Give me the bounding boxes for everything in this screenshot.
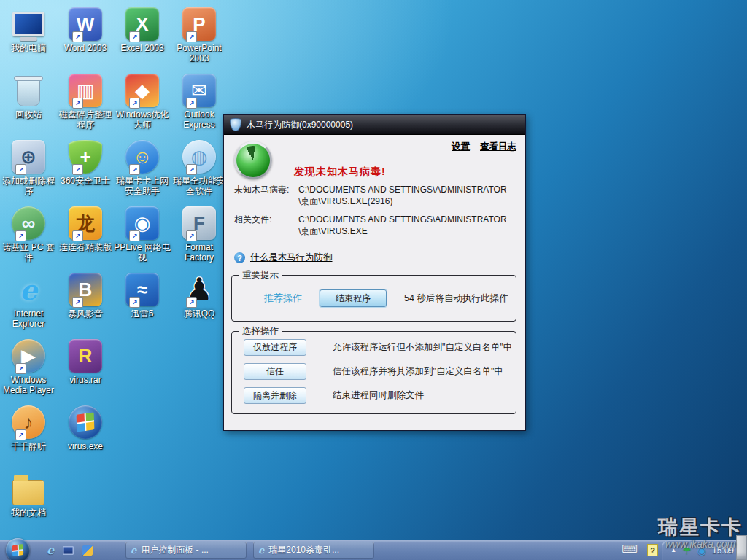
- shield-icon: [230, 118, 241, 131]
- desktop-icon-internet-explorer[interactable]: e Internet Explorer: [0, 270, 57, 330]
- app-icon: 龙: [69, 203, 102, 240]
- field-value: C:\DOCUMENTS AND SETTINGS\ADMINISTRATOR\…: [298, 184, 516, 207]
- task-button[interactable]: e 瑞星2010杀毒引...: [253, 542, 374, 559]
- shortcut-arrow-icon: [72, 297, 83, 308]
- radar-status-icon: [234, 141, 272, 179]
- action-description: 允许该程序运行但不添加到"自定义白名单"中: [333, 341, 512, 354]
- desktop-icon-word-2003[interactable]: W Word 2003: [57, 4, 114, 53]
- dialog-titlebar[interactable]: 木马行为防御(0x90000005): [224, 115, 525, 135]
- action-row: 隔离并删除 结束进程同时删除文件: [244, 387, 516, 404]
- ie-icon: e: [131, 545, 136, 556]
- shortcut-arrow-icon: [15, 230, 26, 241]
- icon-label: 磁盘碎片整理程序: [57, 109, 114, 131]
- icon-label: Windows优化大师: [114, 109, 171, 131]
- shortcut-arrow-icon: [72, 98, 83, 109]
- dialog-body: 设置 查看日志 发现未知木马病毒! 未知木马病毒: C:\DOCUMENTS A…: [224, 135, 525, 430]
- shortcut-arrow-icon: [129, 98, 140, 109]
- keyboard-tray-icon[interactable]: ⌨: [622, 542, 638, 556]
- desktop-icon-lianliankan[interactable]: 龙 连连看精装版: [57, 203, 114, 252]
- desktop-icon-rising-security-suite[interactable]: ◍ 瑞星全功能安全软件: [171, 137, 228, 197]
- shortcut-arrow-icon: [15, 363, 26, 374]
- desktop-icon-my-documents[interactable]: 我的文档: [0, 469, 57, 518]
- desktop-icon-windows-youhua-dashi[interactable]: ◆ Windows优化大师: [114, 71, 171, 131]
- icon-label: 我的电脑: [11, 43, 46, 53]
- shortcut-arrow-icon: [129, 230, 140, 241]
- desktop-icon-format-factory[interactable]: F Format Factory: [171, 203, 228, 263]
- app-icon: P: [182, 4, 216, 41]
- task-button-label: 用户控制面板 - ...: [141, 544, 209, 556]
- desktop-icon-outlook-express[interactable]: ✉ Outlook Express: [171, 71, 228, 131]
- app-icon: e: [12, 270, 45, 306]
- desktop-icon-recycle-bin[interactable]: 回收站: [0, 71, 57, 120]
- quicklaunch-internet-explorer-icon[interactable]: e: [47, 543, 54, 557]
- quick-launch: e: [41, 540, 98, 560]
- action-button[interactable]: 隔离并删除: [244, 387, 306, 404]
- desktop-icon-qianqian-jingting[interactable]: ♪ 千千静听: [0, 402, 57, 451]
- choose-group: 选择操作 仅放过程序 允许该程序运行但不添加到"自定义白名单"中 信任 信任该程…: [231, 331, 516, 414]
- important-group-title: 重要提示: [239, 269, 282, 281]
- shortcut-arrow-icon: [186, 98, 197, 109]
- app-icon: R: [69, 336, 102, 373]
- view-log-link[interactable]: 查看日志: [480, 141, 516, 153]
- dialog-title: 木马行为防御(0x90000005): [247, 119, 353, 131]
- detail-fields: 未知木马病毒: C:\DOCUMENTS AND SETTINGS\ADMINI…: [234, 184, 516, 244]
- help-tray-icon[interactable]: ?: [647, 544, 658, 556]
- app-icon: W: [69, 4, 102, 41]
- icon-label: PPLive 网络电视: [114, 242, 171, 263]
- app-icon: ∞: [12, 203, 45, 240]
- desktop-icon-360-safe[interactable]: + 360安全卫士: [57, 137, 114, 186]
- desktop-icon-powerpoint-2003[interactable]: P PowerPoint 2003: [171, 4, 228, 64]
- icon-label: Format Factory: [171, 242, 228, 263]
- desktop-icon-virus-rar[interactable]: R virus.rar: [57, 336, 114, 385]
- recommended-action-link[interactable]: 推荐操作: [264, 292, 302, 305]
- shortcut-arrow-icon: [186, 297, 197, 308]
- icon-label: 添加或删除程序: [0, 176, 57, 197]
- end-program-button[interactable]: 结束程序: [320, 289, 387, 307]
- desktop-icon-excel-2003[interactable]: X Excel 2003: [114, 4, 171, 53]
- taskbar: e e 用户控制面板 - ... e 瑞星2010杀毒引... ⌨ ? ▲ ☂ …: [0, 540, 747, 560]
- shortcut-arrow-icon: [186, 230, 197, 241]
- shortcut-arrow-icon: [72, 31, 83, 42]
- task-buttons: e 用户控制面板 - ... e 瑞星2010杀毒引...: [125, 542, 374, 559]
- action-button[interactable]: 信任: [244, 363, 306, 380]
- app-icon: F: [182, 203, 216, 240]
- desktop-icon-tencent-qq[interactable]: ♟ 腾讯QQ: [171, 270, 228, 319]
- app-icon: +: [69, 137, 102, 174]
- app-icon: [12, 71, 45, 107]
- choose-group-title: 选择操作: [239, 325, 282, 338]
- app-icon: [12, 4, 45, 41]
- action-description: 信任该程序并将其添加到"自定义白名单"中: [333, 365, 503, 378]
- desktop-icon-my-computer[interactable]: 我的电脑: [0, 4, 57, 53]
- desktop-icon-disk-defrag[interactable]: ▥ 磁盘碎片整理程序: [57, 71, 114, 131]
- settings-link[interactable]: 设置: [452, 141, 470, 153]
- desktop-icon-xunlei-5[interactable]: ≈ 迅雷5: [114, 270, 171, 319]
- shortcut-arrow-icon: [72, 164, 83, 175]
- desktop-icon-rising-kaka-assistant[interactable]: ☺ 瑞星卡卡上网安全助手: [114, 137, 171, 197]
- icon-label: Outlook Express: [171, 109, 228, 131]
- task-button[interactable]: e 用户控制面板 - ...: [125, 542, 247, 559]
- desktop-icon-windows-media-player[interactable]: ▶ Windows Media Player: [0, 336, 57, 396]
- icon-label: 回收站: [15, 109, 42, 120]
- icon-label: 腾讯QQ: [184, 308, 215, 319]
- desktop-icon-virus-exe[interactable]: virus.exe: [57, 402, 114, 451]
- desktop-icon-nokia-pc-suite[interactable]: ∞ 诺基亚 PC 套件: [0, 203, 57, 263]
- start-button[interactable]: [6, 538, 30, 560]
- desktop-icon-pplive[interactable]: ◉ PPLive 网络电视: [114, 203, 171, 263]
- watermark-title: 瑞星卡卡: [658, 514, 743, 540]
- action-row: 仅放过程序 允许该程序运行但不添加到"自定义白名单"中: [244, 339, 516, 356]
- app-icon: ♟: [182, 270, 216, 306]
- shortcut-arrow-icon: [15, 429, 26, 440]
- icon-label: 瑞星全功能安全软件: [171, 176, 228, 197]
- quicklaunch-media-player-icon[interactable]: [82, 545, 93, 556]
- icon-label: 迅雷5: [131, 308, 154, 319]
- shortcut-arrow-icon: [129, 164, 140, 175]
- help-icon: ?: [234, 252, 245, 263]
- quicklaunch-show-desktop-icon[interactable]: [63, 546, 74, 555]
- icon-label: Word 2003: [64, 43, 107, 53]
- countdown-text: 54 秒后将自动执行此操作: [404, 292, 508, 305]
- desktop-icon-baofeng-yingyin[interactable]: B 暴风影音: [57, 270, 114, 319]
- action-button[interactable]: 仅放过程序: [244, 339, 306, 356]
- desktop-icon-add-remove-programs[interactable]: ⊕ 添加或删除程序: [0, 137, 57, 197]
- icon-label: Windows Media Player: [0, 375, 57, 396]
- help-link[interactable]: 什么是木马行为防御: [250, 252, 333, 264]
